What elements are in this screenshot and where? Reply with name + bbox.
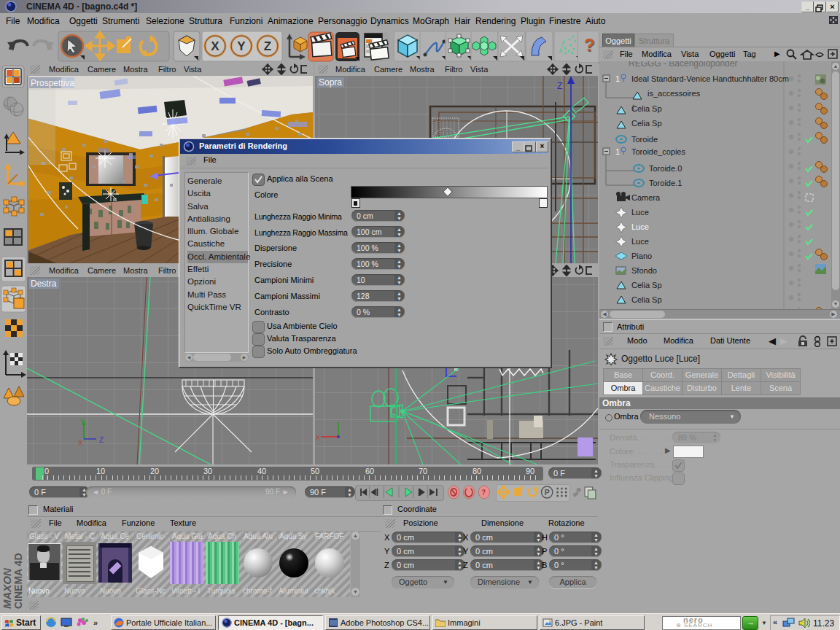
svg-text:Z: Z <box>264 39 271 53</box>
svg-text:Y: Y <box>79 417 84 424</box>
svg-text:Destra: Destra <box>31 279 57 289</box>
svg-text:Luce: Luce <box>631 208 649 217</box>
svg-text:Ideal Standard-Venice Handtuch: Ideal Standard-Venice Handtuchhalter 80c… <box>631 74 789 83</box>
svg-text:Toroide_copies: Toroide_copies <box>631 147 685 156</box>
svg-text:30: 30 <box>203 467 212 475</box>
svg-text:40: 40 <box>257 467 266 475</box>
svg-text:Luce: Luce <box>631 237 649 246</box>
svg-text:X: X <box>316 434 320 441</box>
svg-text:20: 20 <box>150 467 159 475</box>
svg-text:Celia Sp: Celia Sp <box>631 281 662 289</box>
svg-text:10: 10 <box>96 467 105 475</box>
svg-text:Camera: Camera <box>631 193 661 202</box>
svg-text:Z: Z <box>557 81 562 91</box>
svg-text:is_accessoires: is_accessoires <box>648 89 701 98</box>
svg-text:Sfondo: Sfondo <box>631 266 657 275</box>
svg-text:Y: Y <box>237 39 246 53</box>
svg-text:60: 60 <box>365 467 374 475</box>
svg-text:X: X <box>211 39 219 53</box>
svg-text:Celia Sp: Celia Sp <box>631 104 662 113</box>
svg-text:0: 0 <box>44 467 49 475</box>
svg-text:90: 90 <box>526 467 534 475</box>
svg-text:Z: Z <box>99 436 104 444</box>
svg-text:Celia Sp: Celia Sp <box>631 119 662 128</box>
svg-text:P: P <box>545 488 550 497</box>
svg-text:1: 1 <box>615 74 620 83</box>
svg-text:Prospettiva: Prospettiva <box>31 78 74 88</box>
svg-text:?: ? <box>482 488 486 497</box>
svg-text:Piano: Piano <box>631 252 652 260</box>
svg-text:»: » <box>93 618 98 627</box>
svg-text:X: X <box>78 439 82 446</box>
svg-text:Celia Sp: Celia Sp <box>631 295 662 304</box>
svg-text:Toroide.1: Toroide.1 <box>649 179 682 187</box>
svg-text:Luce: Luce <box>631 222 649 231</box>
svg-text:Sopra: Sopra <box>319 77 342 88</box>
svg-text:70: 70 <box>419 467 427 475</box>
svg-text:Toroide: Toroide <box>631 135 658 144</box>
svg-text:50: 50 <box>311 467 319 475</box>
svg-text:1: 1 <box>615 147 620 156</box>
svg-text:Toroide.0: Toroide.0 <box>649 164 682 173</box>
svg-text:80: 80 <box>472 467 481 475</box>
